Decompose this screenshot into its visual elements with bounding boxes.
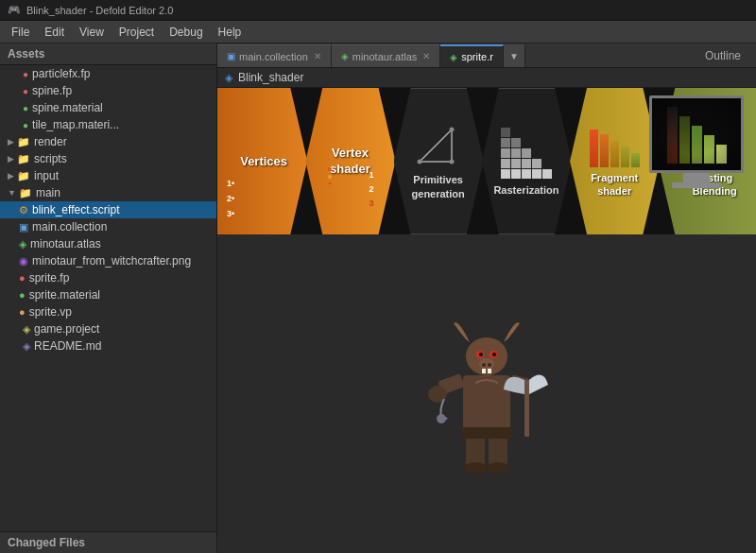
app-title: Blink_shader - Defold Editor 2.0 xyxy=(26,5,173,16)
main-collection-icon: ▣ xyxy=(19,221,28,233)
sprite-fp-icon: ● xyxy=(19,272,26,284)
minotaur-sprite xyxy=(402,300,572,489)
tree-item-spine-material[interactable]: ● spine.material xyxy=(0,99,216,116)
tree-item-main[interactable]: ▼ 📁 main xyxy=(0,184,216,201)
svg-point-12 xyxy=(479,353,483,356)
tree-item-minotaur-png[interactable]: ◉ minotaur_from_witchcrafter.png xyxy=(0,252,216,269)
tab-collection-icon: ▣ xyxy=(227,51,235,61)
scripts-arrow: ▶ xyxy=(8,154,14,164)
sprite-material-icon: ● xyxy=(19,289,26,301)
monitor xyxy=(644,95,748,218)
menu-view[interactable]: View xyxy=(72,24,112,41)
svg-point-25 xyxy=(464,462,487,474)
tab-main-collection-label: main.collection xyxy=(239,51,308,62)
svg-rect-8 xyxy=(463,375,510,432)
tab-minotaur-atlas-label: minotaur.atlas xyxy=(352,51,417,62)
minotaur-atlas-icon: ◈ xyxy=(19,238,26,251)
tree-item-sprite-vp[interactable]: ● sprite.vp xyxy=(0,303,216,320)
game-project-icon: ◈ xyxy=(23,323,30,336)
main-content: ▣ main.collection ✕ ◈ minotaur.atlas ✕ ◈… xyxy=(217,43,756,553)
svg-rect-17 xyxy=(482,369,486,373)
editor-title: ◈ Blink_shader xyxy=(217,68,756,88)
minotaur-png-label: minotaur_from_witchcrafter.png xyxy=(32,254,191,268)
tab-main-collection[interactable]: ▣ main.collection ✕ xyxy=(217,44,332,67)
minotaur-atlas-label: minotaur.atlas xyxy=(30,237,101,251)
tree-item-input[interactable]: ▶ 📁 input xyxy=(0,167,216,184)
menu-help[interactable]: Help xyxy=(211,24,249,41)
tree-item-render[interactable]: ▶ 📁 render xyxy=(0,133,216,150)
main-collection-label: main.collection xyxy=(32,220,107,233)
menu-project[interactable]: Project xyxy=(112,24,162,41)
sidebar: Assets ● particlefx.fp ● spine.fp ● spin… xyxy=(0,43,217,553)
monitor-neck xyxy=(683,173,710,182)
svg-rect-27 xyxy=(461,427,512,439)
sprite-material-label: sprite.material xyxy=(29,288,100,302)
render-label: render xyxy=(34,135,67,148)
tree-item-main-collection[interactable]: ▣ main.collection xyxy=(0,218,216,235)
stage-primitives-label: Primitivesgeneration xyxy=(412,173,465,200)
app-icon: 🎮 xyxy=(8,4,21,16)
menu-debug[interactable]: Debug xyxy=(162,24,210,41)
tile-map-icon: ● xyxy=(23,120,28,130)
game-project-label: game.project xyxy=(34,322,99,336)
input-folder-icon: 📁 xyxy=(17,170,30,182)
stage-vertices: 1• 2• 3• Vertices xyxy=(217,88,306,234)
menu-file[interactable]: File xyxy=(4,24,37,41)
tab-minotaur-atlas[interactable]: ◈ minotaur.atlas ✕ xyxy=(332,44,440,67)
sprite-vp-icon: ● xyxy=(19,306,26,318)
spine-material-label: spine.material xyxy=(32,101,103,114)
stage-fragment-label: Fragmentshader xyxy=(591,171,638,199)
content-area xyxy=(217,234,756,553)
tree-item-blink-script[interactable]: ⚙ blink_effect.script xyxy=(0,201,216,218)
monitor-screen xyxy=(649,95,744,173)
svg-rect-18 xyxy=(488,369,491,373)
tab-atlas-icon: ◈ xyxy=(341,51,349,61)
tab-sprite-label: sprite.r xyxy=(461,51,493,62)
render-arrow: ▶ xyxy=(8,137,14,147)
scripts-label: scripts xyxy=(34,152,67,165)
input-arrow: ▶ xyxy=(8,171,14,181)
tree-item-sprite-material[interactable]: ● sprite.material xyxy=(0,286,216,303)
svg-point-2 xyxy=(328,182,332,184)
file-tree: ● particlefx.fp ● spine.fp ● spine.mater… xyxy=(0,65,216,531)
sprite-vp-label: sprite.vp xyxy=(29,305,72,319)
tree-item-game-project[interactable]: ◈ game.project xyxy=(0,320,216,337)
stage-primitives: Primitivesgeneration xyxy=(394,88,483,234)
editor-title-label: Blink_shader xyxy=(238,71,303,84)
scripts-folder-icon: 📁 xyxy=(17,153,30,165)
tree-item-tile-map[interactable]: ● tile_map.materi... xyxy=(0,116,216,133)
tile-map-label: tile_map.materi... xyxy=(32,118,119,131)
tab-main-collection-close[interactable]: ✕ xyxy=(314,51,321,61)
tab-sprite[interactable]: ◈ sprite.r xyxy=(440,44,504,67)
tab-dropdown-button[interactable]: ▼ xyxy=(504,44,525,67)
tree-item-scripts[interactable]: ▶ 📁 scripts xyxy=(0,150,216,167)
tree-item-minotaur-atlas[interactable]: ◈ minotaur.atlas xyxy=(0,235,216,252)
editor-icon: ◈ xyxy=(225,72,232,84)
readme-icon: ◈ xyxy=(23,340,30,353)
changed-files-header: Changed Files xyxy=(0,531,216,553)
svg-point-0 xyxy=(328,167,332,171)
input-label: input xyxy=(34,169,59,182)
blink-script-icon: ⚙ xyxy=(19,204,28,216)
tab-minotaur-atlas-close[interactable]: ✕ xyxy=(422,51,430,61)
sprite-container xyxy=(402,300,572,489)
stage-rasterization: Rasterization xyxy=(482,88,571,234)
svg-rect-22 xyxy=(524,380,529,437)
render-folder-icon: 📁 xyxy=(17,136,30,148)
main-folder-icon: 📁 xyxy=(19,187,32,199)
minotaur-png-icon: ◉ xyxy=(19,255,28,268)
tab-bar: ▣ main.collection ✕ ◈ minotaur.atlas ✕ ◈… xyxy=(217,43,756,68)
svg-point-5 xyxy=(418,160,422,164)
readme-label: README.md xyxy=(34,339,101,353)
svg-point-15 xyxy=(482,363,486,367)
particlefx-label: particlefx.fp xyxy=(32,67,90,80)
tree-item-particlefx[interactable]: ● particlefx.fp xyxy=(0,65,216,82)
svg-point-14 xyxy=(479,358,494,370)
tree-item-readme[interactable]: ◈ README.md xyxy=(0,337,216,354)
menu-edit[interactable]: Edit xyxy=(37,24,72,41)
blink-script-label: blink_effect.script xyxy=(32,203,120,216)
tree-item-spine-fp[interactable]: ● spine.fp xyxy=(0,82,216,99)
spine-fp-label: spine.fp xyxy=(32,84,72,97)
particlefx-icon: ● xyxy=(23,69,28,79)
tree-item-sprite-fp[interactable]: ● sprite.fp xyxy=(0,269,216,286)
